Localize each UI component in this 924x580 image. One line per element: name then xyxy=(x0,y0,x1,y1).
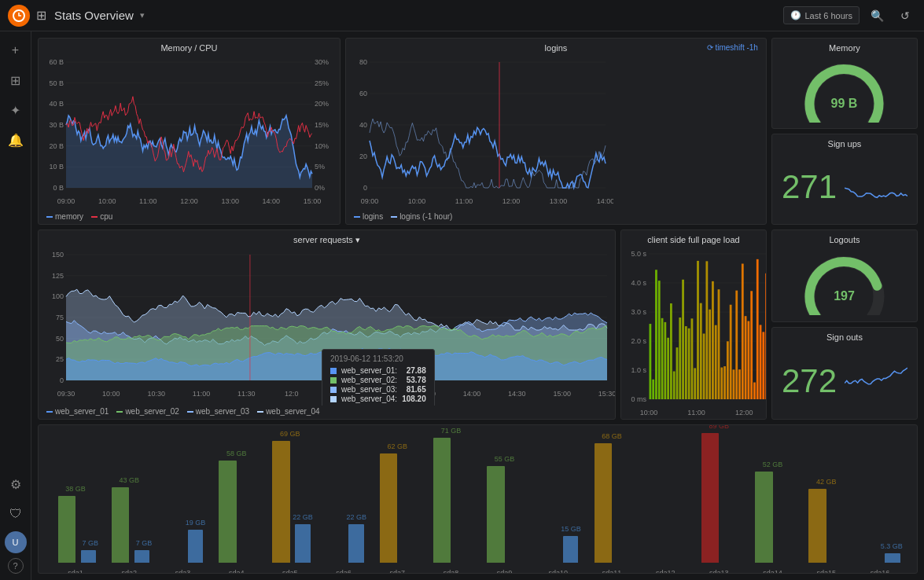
memory-gauge-panel: Memory xyxy=(771,38,918,129)
server-requests-legend: web_server_01 web_server_02 web_server_0… xyxy=(39,406,615,419)
disk-bar-rect-2 xyxy=(134,550,149,563)
legend-ws2-label: web_server_02 xyxy=(125,407,179,416)
sidebar-settings[interactable]: ⚙ xyxy=(3,472,28,497)
title-dropdown-icon[interactable]: ▾ xyxy=(140,10,145,20)
disk-bar-x-label: sda3 xyxy=(175,569,191,574)
sidebar-add[interactable]: + xyxy=(3,38,28,63)
disk-bar-x-label: sda1 xyxy=(68,569,83,574)
disk-bar-rect xyxy=(58,496,75,563)
disk-bar-x-label: sda5 xyxy=(282,569,298,574)
disk-bar-x-label: sda15 xyxy=(816,569,836,574)
disk-bar-label-top-2: 19 GB xyxy=(186,519,206,527)
disk-bar-group: 5.3 GBsda16 xyxy=(855,433,905,563)
disk-bar-x-label: sda12 xyxy=(656,569,676,574)
legend-cpu-label: cpu xyxy=(100,212,112,221)
legend-ws4: web_server_04 xyxy=(257,407,319,416)
disk-bar-x-label: sda16 xyxy=(871,569,890,574)
disk-bar-label-top: 58 GB xyxy=(226,450,247,457)
sidebar-dashboards[interactable]: ⊞ xyxy=(3,68,28,93)
disk-bar-group: 19 GBsda3 xyxy=(157,433,208,563)
legend-logins-1h: logins (-1 hour) xyxy=(391,212,452,221)
logins-panel: logins ⟳ timeshift -1h logins logins (-1… xyxy=(345,38,767,225)
sidebar: + ⊞ ✦ 🔔 ⚙ 🛡 U ? xyxy=(0,31,31,580)
disk-bar-chart: 38 GB7 GBsda143 GB7 GBsda219 GBsda358 GB… xyxy=(39,425,917,574)
right-col-2: Logouts Sign outs 272 xyxy=(771,229,918,420)
disk-bar-x-label: sda2 xyxy=(122,569,138,574)
memory-gauge-title: Memory xyxy=(772,39,917,54)
disk-bar-label-top: 55 GB xyxy=(495,455,515,463)
legend-logins-label: logins xyxy=(363,212,383,221)
disk-bar-rect-2 xyxy=(188,530,203,563)
legend-ws3-dot xyxy=(187,411,193,413)
disk-bar-label-top-2: 15 GB xyxy=(561,525,581,533)
disk-bar-label-top-2: 22 GB xyxy=(346,513,366,521)
sidebar-explore[interactable]: ✦ xyxy=(3,97,28,123)
logouts-title: Logouts xyxy=(772,230,917,246)
legend-ws2: web_server_02 xyxy=(116,407,179,416)
disk-bar-rect xyxy=(433,438,451,563)
user-avatar[interactable]: U xyxy=(5,531,27,553)
disk-bar-label-top: 89 GB xyxy=(709,424,730,430)
disk-bar-group: sda12 xyxy=(640,433,690,563)
disk-bar-x-label: sda8 xyxy=(444,569,459,574)
disk-bar-label-top: 69 GB xyxy=(280,430,300,438)
disk-bar-group: 68 GBsda11 xyxy=(587,433,637,563)
legend-ws2-dot xyxy=(116,411,123,413)
memory-cpu-chart xyxy=(39,54,340,211)
disk-bar-group: 22 GBsda6 xyxy=(318,433,369,563)
disk-bar-label-top: 62 GB xyxy=(387,442,407,450)
top-nav: ⊞ Stats Overview ▾ 🕐 Last 6 hours 🔍 ↺ xyxy=(0,0,924,31)
logins-chart xyxy=(346,54,766,211)
timeshift-badge: ⟳ timeshift -1h xyxy=(707,43,758,52)
server-requests-panel: server requests ▾ 2019-06-12 11:53:20 we… xyxy=(38,229,616,420)
sidebar-alerts[interactable]: 🔔 xyxy=(3,127,28,152)
disk-bar-label-top: 42 GB xyxy=(816,478,837,486)
disk-bar-label-top: 71 GB xyxy=(441,427,462,435)
legend-ws1-dot xyxy=(46,411,53,413)
legend-ws4-dot xyxy=(257,411,263,413)
disk-bar-label-top-2: 7 GB xyxy=(82,539,98,547)
time-range-picker[interactable]: 🕐 Last 6 hours xyxy=(783,6,860,24)
disk-bar-x-label: sda9 xyxy=(497,569,513,574)
legend-ws1-label: web_server_01 xyxy=(55,407,109,416)
disk-bar-rect-2 xyxy=(563,536,578,563)
logins-legend: logins logins (-1 hour) xyxy=(346,211,766,224)
server-requests-chart: 2019-06-12 11:53:20 web_server_01: 27.88… xyxy=(39,247,615,406)
sign-outs-title: Sign outs xyxy=(772,328,917,343)
disk-bar-group: 62 GBsda7 xyxy=(372,433,422,563)
legend-logins: logins xyxy=(354,212,383,221)
refresh-button[interactable]: ↺ xyxy=(894,5,916,27)
sidebar-help[interactable]: ? xyxy=(8,558,24,574)
disk-bar-label-top: 38 GB xyxy=(65,485,86,493)
memory-cpu-title: Memory / CPU xyxy=(39,39,340,54)
memory-cpu-legend: memory cpu xyxy=(39,211,340,224)
disk-bar-label-top: 43 GB xyxy=(120,476,140,484)
zoom-in-button[interactable]: 🔍 xyxy=(866,5,888,27)
disk-bar-rect-2 xyxy=(81,550,96,563)
logouts-gauge-content xyxy=(772,246,917,321)
disk-bar-label-top: 68 GB xyxy=(602,432,622,440)
disk-bar-label-top-2: 5.3 GB xyxy=(881,542,903,550)
disk-bar-rect xyxy=(755,472,772,563)
disk-bar-x-label: sda13 xyxy=(709,569,729,574)
sidebar-shield[interactable]: 🛡 xyxy=(3,501,28,527)
right-col-1: Memory Sign ups 271 xyxy=(771,38,918,225)
client-load-title: client side full page load xyxy=(621,230,766,246)
row-1: Memory / CPU memory cpu logins ⟳ timeshi… xyxy=(38,38,918,225)
disk-bar-label-top: 52 GB xyxy=(763,461,783,468)
time-range-label: Last 6 hours xyxy=(804,11,852,20)
sign-outs-panel: Sign outs 272 xyxy=(771,327,918,420)
legend-ws1: web_server_01 xyxy=(46,407,109,416)
sign-ups-content: 271 xyxy=(772,150,917,224)
disk-bar-x-label: sda7 xyxy=(389,569,405,574)
disk-bar-rect xyxy=(808,489,826,563)
client-load-chart xyxy=(621,246,766,419)
disk-panel: 38 GB7 GBsda143 GB7 GBsda219 GBsda358 GB… xyxy=(38,424,918,574)
disk-bar-rect xyxy=(272,441,289,563)
disk-bars: 38 GB7 GBsda143 GB7 GBsda219 GBsda358 GB… xyxy=(50,433,905,574)
disk-bar-rect-2 xyxy=(885,553,900,563)
sign-ups-panel: Sign ups 271 xyxy=(771,134,918,225)
disk-bar-group: 69 GB22 GBsda5 xyxy=(265,433,315,563)
sign-outs-sparkline xyxy=(845,362,907,401)
sign-ups-title: Sign ups xyxy=(772,134,917,150)
